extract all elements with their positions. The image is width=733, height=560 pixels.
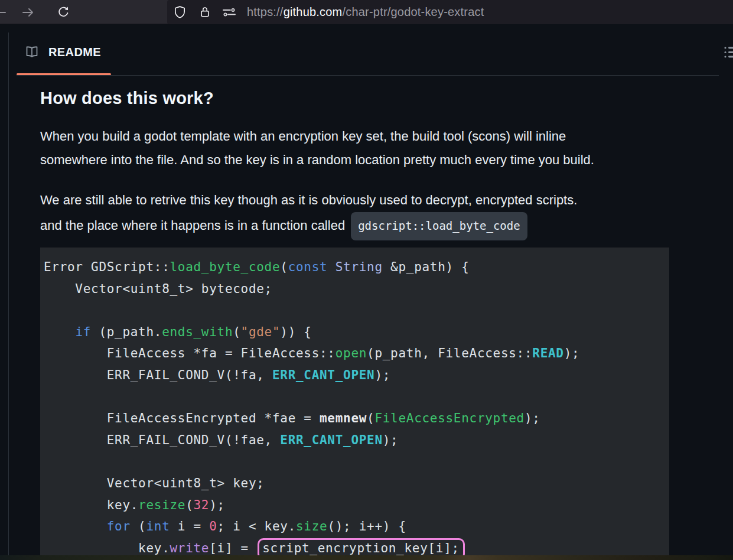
https-lock-icon[interactable]	[198, 5, 212, 19]
code-line: Vector<uint8_t> bytecode;	[44, 278, 669, 300]
code-line: FileAccess *fa = FileAccess::open(p_path…	[44, 343, 669, 364]
code-token: 32	[194, 498, 210, 512]
paragraph-2-line-1: We are still able to retrive this key th…	[40, 188, 716, 212]
code-token	[44, 519, 107, 533]
code-token: ERR_CANT_OPEN	[272, 368, 374, 382]
code-line: FileAccessEncrypted *fae = memnew(FileAc…	[44, 408, 669, 429]
code-token	[44, 325, 75, 339]
outline-button[interactable]	[721, 43, 733, 61]
site-permissions-icon[interactable]	[222, 5, 236, 19]
code-token: for	[107, 519, 131, 533]
paragraph-2-line-2: and the place where it happens is in a f…	[40, 212, 716, 240]
code-line	[44, 299, 669, 321]
code-block: Error GDScript::load_byte_code(const Str…	[40, 248, 669, 560]
paragraph-1-line-2: somewhere into the file. And so the key …	[40, 148, 716, 172]
url-domain: github.com	[284, 5, 343, 18]
tab-readme[interactable]: README	[17, 38, 101, 66]
address-bar[interactable]: https://github.com/char-ptr/godot-key-ex…	[167, 0, 733, 24]
code-line: for (int i = 0; i < key.size(); i++) {	[44, 516, 669, 538]
forward-arrow-icon	[21, 5, 35, 19]
url-text[interactable]: https://github.com/char-ptr/godot-key-ex…	[247, 5, 484, 19]
code-token: (	[280, 260, 288, 274]
code-token: ERR_FAIL_COND_V(!fa,	[44, 368, 272, 382]
code-token: [i] =	[209, 541, 256, 555]
code-token: READ	[532, 346, 563, 360]
code-token: if	[75, 325, 91, 339]
code-token: resize	[138, 498, 185, 512]
code-token: Vector<uint8_t> bytecode;	[44, 282, 272, 296]
code-line	[44, 451, 669, 473]
code-token: &p_path) {	[383, 260, 470, 274]
code-token: open	[335, 346, 367, 360]
code-token: );	[374, 368, 390, 382]
code-line: ERR_FAIL_COND_V(!fa, ERR_CANT_OPEN);	[44, 364, 669, 386]
code-line: key.resize(32);	[44, 494, 669, 516]
reload-button[interactable]	[53, 0, 73, 24]
url-path: /char-ptr/godot-key-extract	[342, 5, 484, 18]
code-line: if (p_path.ends_with("gde")) {	[44, 321, 669, 343]
code-token: );	[383, 433, 399, 447]
code-token: )) {	[280, 325, 311, 339]
code-token: ERR_CANT_OPEN	[280, 433, 382, 447]
code-token: memnew	[320, 411, 367, 425]
back-button[interactable]	[0, 0, 11, 24]
code-token: FileAccess *fa = FileAccess::	[44, 346, 335, 360]
code-token: (	[233, 325, 240, 339]
code-token: key.	[44, 541, 170, 555]
code-token: "gde"	[241, 325, 281, 339]
code-token: );	[524, 411, 540, 425]
code-token: size	[296, 519, 327, 533]
paragraph-1-line-1: When you build a godot template with an …	[40, 125, 716, 148]
outline-list-icon	[724, 44, 733, 60]
readme-content: How does this work? When you build a god…	[40, 76, 716, 240]
code-token: (	[367, 411, 374, 425]
reload-icon	[57, 5, 70, 19]
code-token: ERR_FAIL_COND_V(!fae,	[44, 433, 280, 447]
readme-page: README How does this work? When you buil…	[0, 25, 733, 560]
code-token: (p_path, FileAccess::	[367, 346, 532, 360]
code-token: Error GDScript::	[44, 260, 170, 274]
tab-readme-label: README	[48, 45, 101, 59]
book-icon	[25, 45, 39, 59]
code-token: (); i++) {	[327, 519, 406, 533]
paragraph-2-line-2-text: and the place where it happens is in a f…	[40, 218, 345, 233]
paragraph-1: When you build a godot template with an …	[40, 125, 716, 172]
code-token: int	[146, 519, 170, 533]
bottom-edge-strip	[0, 555, 733, 560]
url-scheme: https://	[247, 5, 284, 18]
code-token: load_byte_code	[170, 260, 281, 274]
paragraph-2: We are still able to retrive this key th…	[40, 188, 716, 240]
code-token: (	[131, 519, 146, 533]
code-token: 0	[209, 519, 217, 533]
code-line: Error GDScript::load_byte_code(const Str…	[44, 256, 669, 278]
code-line: ERR_FAIL_COND_V(!fae, ERR_CANT_OPEN);	[44, 429, 669, 451]
browser-toolbar: https://github.com/char-ptr/godot-key-ex…	[0, 0, 733, 24]
readme-panel-border	[8, 32, 9, 560]
code-token: (p_path.	[91, 325, 162, 339]
code-token: );	[209, 498, 225, 512]
code-token: i =	[170, 519, 210, 533]
inline-code-chip: gdscript::load_byte_code	[351, 212, 527, 240]
code-token: );	[564, 346, 580, 360]
code-token: Vector<uint8_t> key;	[44, 476, 265, 490]
screen: https://github.com/char-ptr/godot-key-ex…	[0, 0, 733, 560]
section-heading: How does this work?	[40, 89, 716, 108]
code-token: ends_with	[162, 325, 233, 339]
code-line: Vector<uint8_t> key;	[44, 473, 669, 494]
code-token: FileAccessEncrypted *fae =	[44, 411, 320, 425]
code-token: FileAccessEncrypted	[374, 411, 524, 425]
code-token: (	[185, 498, 193, 512]
tracking-protection-shield-icon[interactable]	[172, 5, 187, 19]
code-token: write	[170, 541, 210, 555]
code-token: String	[335, 260, 383, 274]
code-token: ; i < key.	[217, 519, 296, 533]
code-token	[327, 260, 335, 274]
code-token: key.	[44, 498, 138, 512]
code-lines: Error GDScript::load_byte_code(const Str…	[44, 256, 669, 559]
readme-header: README	[8, 25, 733, 76]
code-token: const	[288, 260, 328, 274]
back-arrow-icon	[0, 5, 8, 19]
code-line	[44, 386, 669, 408]
forward-button[interactable]	[18, 0, 38, 24]
